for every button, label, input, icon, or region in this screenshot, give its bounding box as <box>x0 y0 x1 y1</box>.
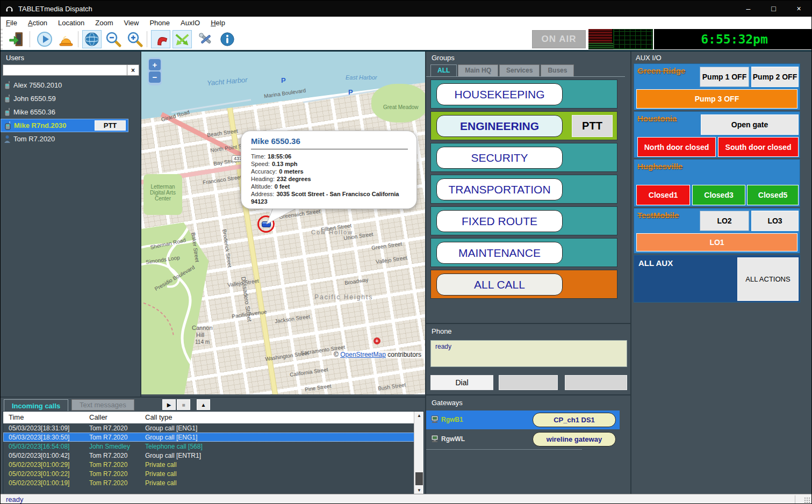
group-button-transportation[interactable]: TRANSPORTATION <box>436 178 563 200</box>
tab-incoming-calls[interactable]: Incoming calls <box>4 399 68 412</box>
gateway-channel-button[interactable]: wireline gateway <box>533 432 616 447</box>
site-label-hughesville: Hughesville <box>637 162 682 171</box>
zoom-in-button[interactable] <box>125 30 145 48</box>
lo1-button[interactable]: LO1 <box>636 233 797 251</box>
menu-auxio[interactable]: AuxIO <box>175 17 205 28</box>
info-button[interactable] <box>218 30 237 48</box>
clear-search-button[interactable]: × <box>127 64 139 76</box>
user-row-mike2-selected[interactable]: Mike R7nd.2030 PTT <box>1 119 128 132</box>
patch-tool-button[interactable] <box>173 30 192 48</box>
call-row[interactable]: 05/03/2023[16:54:08]John SmedleyTelephon… <box>3 442 414 451</box>
user-row-tom[interactable]: Tom R7.2020 <box>1 132 128 146</box>
popup-row-accuracy: Accuracy:0 meters <box>251 168 408 175</box>
menu-action[interactable]: Action <box>23 17 53 28</box>
menu-file[interactable]: File <box>1 17 23 28</box>
play-call-button[interactable]: ▶ <box>162 399 176 410</box>
group-button-security[interactable]: SECURITY <box>436 147 563 169</box>
map-zoom-out-button[interactable]: − <box>149 71 161 83</box>
start-monitor-button[interactable] <box>35 30 54 48</box>
osm-link[interactable]: OpenStreetMap <box>340 351 386 358</box>
status-text: ready <box>6 495 24 503</box>
groups-tab-all[interactable]: ALL <box>430 64 457 77</box>
scroll-down-arrow[interactable]: ▼ <box>414 486 424 494</box>
window-title: TABLETmedia Dispatch <box>18 5 92 13</box>
group-button-all-call[interactable]: ALL CALL <box>436 273 563 296</box>
minimize-button[interactable]: – <box>736 1 761 17</box>
north-door-button[interactable]: North door closed <box>637 137 716 157</box>
all-actions-button[interactable]: ALL ACTIONS <box>737 257 799 301</box>
gateway-row-rgwwl[interactable]: RgwWL wireline gateway <box>426 430 620 449</box>
user-row-john[interactable]: John 6550.59 <box>1 92 128 105</box>
users-search-input[interactable] <box>3 64 127 76</box>
map-zoom-in-button[interactable]: + <box>149 59 161 70</box>
tab-text-messages[interactable]: Text messages <box>71 399 134 411</box>
south-door-button[interactable]: South door closed <box>718 137 799 157</box>
closed3-button[interactable]: Closed3 <box>692 185 745 205</box>
gps-marker[interactable] <box>257 215 275 233</box>
gateway-channel-button[interactable]: CP_ch1 DS1 <box>533 413 616 427</box>
exit-button[interactable] <box>7 30 26 48</box>
phone-blank-button-2[interactable] <box>565 375 627 390</box>
scroll-up-arrow[interactable]: ▲ <box>414 412 424 420</box>
parking-marker: P <box>281 76 286 84</box>
menu-phone[interactable]: Phone <box>144 17 175 28</box>
col-time[interactable]: Time <box>9 413 24 421</box>
zoom-out-button[interactable] <box>104 30 123 48</box>
stop-call-button[interactable]: ■ <box>177 399 190 410</box>
menu-location[interactable]: Location <box>53 17 90 28</box>
gateway-icon <box>430 415 439 423</box>
resize-grip-icon[interactable] <box>804 497 810 503</box>
phone-tool-button[interactable] <box>151 30 170 48</box>
pump3-button[interactable]: Pump 3 OFF <box>636 89 797 109</box>
groups-tab-mainhq[interactable]: Main HQ <box>458 64 498 77</box>
groups-tab-services[interactable]: Services <box>499 64 540 77</box>
phone-blank-button-1[interactable] <box>499 375 558 390</box>
settings-button[interactable] <box>196 30 215 48</box>
calls-scrollbar[interactable]: ▲ ▼ <box>414 412 423 494</box>
call-row[interactable]: 05/03/2023[18:31:09]Tom R7.2020Group cal… <box>3 423 414 433</box>
groups-tab-buses[interactable]: Buses <box>541 64 574 77</box>
lo2-button[interactable]: LO2 <box>700 211 749 231</box>
maximize-button[interactable]: □ <box>761 1 786 17</box>
calls-table-header: Time Caller Call type <box>3 412 414 423</box>
call-row[interactable]: 05/02/2023[01:00:19]Tom R7.2020Private c… <box>3 478 414 487</box>
group-ptt-button[interactable]: PTT <box>572 115 613 137</box>
col-call-type[interactable]: Call type <box>145 413 173 421</box>
group-button-maintenance[interactable]: MAINTENANCE <box>436 242 563 264</box>
scroll-thumb[interactable] <box>415 472 423 485</box>
menu-view[interactable]: View <box>119 17 145 28</box>
map-label: Hill <box>196 332 204 338</box>
user-row-mike1[interactable]: Mike 6550.36 <box>1 105 128 119</box>
call-row-selected[interactable]: 05/03/2023[18:30:50]Tom R7.2020Group cal… <box>3 433 414 442</box>
group-button-engineering[interactable]: ENGINEERING <box>436 115 563 137</box>
pump2-button[interactable]: Pump 2 OFF <box>751 67 799 87</box>
map-popup: Mike 6550.36 Time:18:55:06 Speed:0.13 mp… <box>241 131 417 209</box>
group-button-housekeeping[interactable]: HOUSEKEEPING <box>436 83 563 105</box>
hospital-marker: + <box>373 337 380 344</box>
radio-icon <box>4 121 11 130</box>
dial-button[interactable]: Dial <box>430 375 493 390</box>
menu-help[interactable]: Help <box>205 17 231 28</box>
menu-zoom[interactable]: Zoom <box>90 17 118 28</box>
map-view[interactable]: Yacht Harbor East Harbor P P Marina Boul… <box>141 52 425 394</box>
map-attribution: © OpenStreetMap contributors <box>332 351 423 358</box>
close-button[interactable]: × <box>786 1 811 17</box>
aux-panel-title: AUX I/O <box>636 54 662 62</box>
group-button-fixed-route[interactable]: FIXED ROUTE <box>436 210 563 232</box>
phone-handset-icon <box>153 31 169 47</box>
closed1-button[interactable]: Closed1 <box>636 185 690 205</box>
pump1-button[interactable]: Pump 1 OFF <box>700 67 749 87</box>
closed5-button[interactable]: Closed5 <box>747 185 799 205</box>
move-up-button[interactable]: ▲ <box>197 399 210 410</box>
col-caller[interactable]: Caller <box>89 413 107 421</box>
user-ptt-button[interactable]: PTT <box>95 120 126 131</box>
lo3-button[interactable]: LO3 <box>751 211 799 231</box>
alert-button[interactable] <box>56 30 76 48</box>
call-row[interactable]: 05/02/2023[01:00:29]Tom R7.2020Private c… <box>3 460 414 469</box>
open-gate-button[interactable]: Open gate <box>701 114 799 135</box>
call-row[interactable]: 05/02/2023[01:00:22]Tom R7.2020Private c… <box>3 469 414 478</box>
map-toggle-button[interactable] <box>82 30 102 48</box>
call-row[interactable]: 05/02/2023[01:00:42]Tom R7.2020Group cal… <box>3 451 414 460</box>
user-row-alex[interactable]: Alex 7550.2010 <box>1 78 128 92</box>
gateway-row-rgwb1[interactable]: RgwB1 CP_ch1 DS1 <box>426 411 620 429</box>
